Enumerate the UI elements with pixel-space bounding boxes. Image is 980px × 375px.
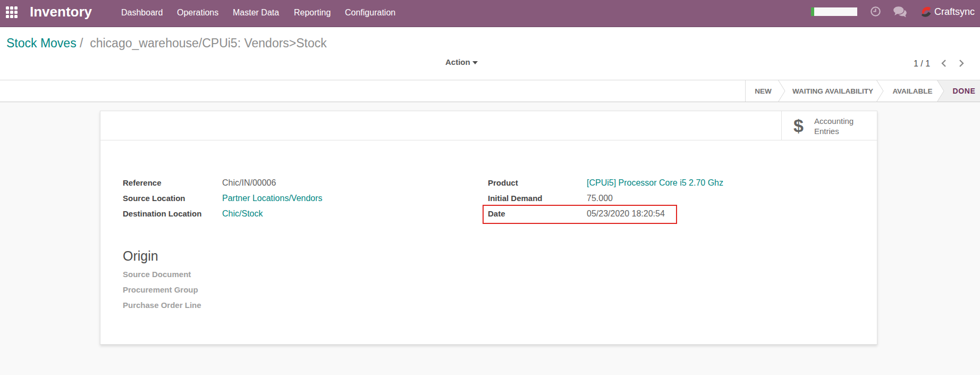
svg-text:NEW: NEW xyxy=(755,87,772,95)
svg-text:WAITING AVAILABILITY: WAITING AVAILABILITY xyxy=(792,87,873,95)
svg-text:DONE: DONE xyxy=(953,87,976,95)
svg-text:AVAILABLE: AVAILABLE xyxy=(892,87,932,95)
